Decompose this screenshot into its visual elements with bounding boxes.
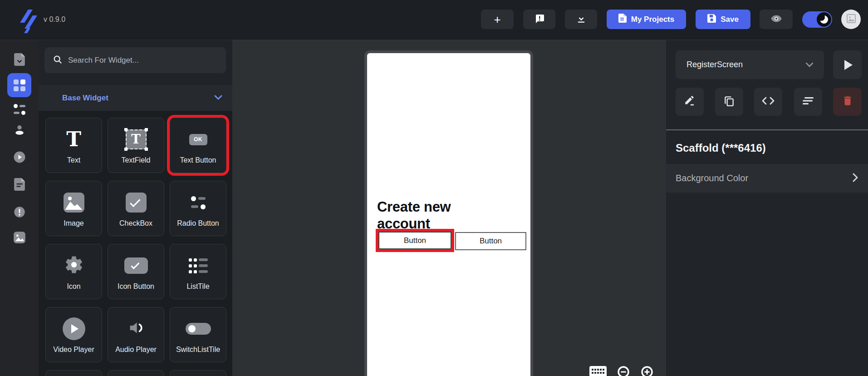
- widget-card-partial[interactable]: [170, 370, 226, 376]
- widget-label: Text Button: [180, 156, 216, 164]
- widget-label: TextField: [121, 156, 150, 164]
- sidebar-item-import[interactable]: [0, 53, 39, 68]
- dark-mode-moon-icon: [820, 15, 828, 24]
- alert-circle-icon: [13, 206, 26, 220]
- widget-card-audio-player[interactable]: Audio Player: [108, 307, 164, 362]
- widget-card-textfield[interactable]: T TextField: [108, 118, 164, 173]
- avatar[interactable]: [841, 10, 861, 29]
- widget-card-listtile[interactable]: ListTile: [170, 244, 226, 299]
- sidebar-item-docs[interactable]: [0, 178, 39, 193]
- property-label: Background Color: [676, 173, 748, 183]
- tree-view-button[interactable]: [794, 88, 822, 116]
- widget-label: SwitchListTile: [176, 346, 220, 354]
- widget-label: ListTile: [186, 282, 209, 291]
- heading-line1: Create new: [377, 199, 451, 215]
- code-icon: [762, 96, 775, 108]
- sidebar-item-assets[interactable]: [0, 231, 39, 246]
- checkbox-icon: [126, 193, 147, 213]
- chevron-right-icon: [853, 173, 858, 184]
- keyboard-icon[interactable]: [589, 366, 607, 376]
- document-icon: [14, 178, 25, 193]
- eye-icon: [770, 13, 782, 26]
- download-icon: [576, 14, 586, 25]
- widget-card-switchlisttile[interactable]: SwitchListTile: [170, 307, 226, 362]
- search-input[interactable]: [68, 56, 218, 65]
- sidebar-item-issues[interactable]: [0, 206, 39, 220]
- property-row-background-color[interactable]: Background Color: [666, 164, 868, 193]
- screen-selector-dropdown[interactable]: RegisterScreen: [676, 50, 824, 79]
- widget-card-video-player[interactable]: Video Player: [45, 307, 102, 362]
- radio-button-icon: [191, 196, 206, 209]
- chevron-down-icon: [214, 94, 222, 102]
- audio-speaker-icon: [127, 319, 145, 339]
- text-button-icon: OK: [189, 134, 207, 145]
- section-base-widget[interactable]: Base Widget: [39, 85, 232, 111]
- feedback-chat-icon: [534, 13, 545, 26]
- left-sidebar: [0, 40, 39, 376]
- add-button[interactable]: +: [481, 10, 514, 29]
- screen-button-right[interactable]: Button: [455, 232, 526, 250]
- trash-icon: [842, 95, 853, 109]
- properties-panel: RegisterScreen: [666, 40, 868, 376]
- align-lines-icon: [802, 96, 814, 107]
- save-button[interactable]: Save: [696, 10, 750, 29]
- save-label: Save: [721, 15, 739, 24]
- play-icon: [844, 60, 853, 70]
- widget-card-icon-button[interactable]: Icon Button: [108, 244, 164, 299]
- widget-label: Image: [64, 219, 83, 228]
- search-icon: [53, 54, 63, 66]
- delete-button[interactable]: [833, 88, 862, 116]
- sidebar-item-properties[interactable]: [0, 104, 39, 114]
- app-version-label: v 0.9.0: [44, 15, 65, 24]
- video-play-icon: [63, 317, 85, 340]
- sidebar-item-media[interactable]: [0, 150, 39, 166]
- canvas-toolbar: [589, 366, 654, 376]
- play-circle-icon: [13, 150, 26, 166]
- run-screen-button[interactable]: [833, 50, 862, 79]
- widget-card-text-button[interactable]: OK Text Button: [170, 118, 226, 173]
- rename-button[interactable]: [676, 88, 704, 116]
- widget-card-icon[interactable]: Icon: [45, 244, 102, 299]
- sidebar-item-widgets[interactable]: [7, 73, 31, 97]
- widget-label: Text: [67, 156, 80, 164]
- floppy-save-icon: [707, 14, 716, 25]
- phone-preview[interactable]: Create new account Button Button: [364, 50, 533, 376]
- duplicate-button[interactable]: [715, 88, 743, 116]
- zoom-out-icon[interactable]: [617, 366, 631, 376]
- panel-divider: [666, 129, 868, 130]
- preview-button[interactable]: [760, 10, 793, 29]
- sidebar-item-account[interactable]: [0, 124, 39, 138]
- widget-card-partial[interactable]: [108, 370, 164, 376]
- export-button[interactable]: [565, 10, 597, 29]
- dark-mode-toggle[interactable]: [802, 11, 832, 28]
- widget-label: CheckBox: [119, 219, 152, 228]
- sliders-icon: [14, 104, 25, 114]
- person-icon: [13, 124, 26, 138]
- widget-card-checkbox[interactable]: CheckBox: [108, 181, 164, 236]
- design-canvas[interactable]: Create new account Button Button: [232, 40, 666, 376]
- feedback-button[interactable]: [523, 10, 555, 29]
- widget-card-radio-button[interactable]: Radio Button: [170, 181, 226, 236]
- document-icon: [618, 14, 627, 25]
- widget-label: Radio Button: [177, 219, 219, 228]
- app-logo: [18, 7, 38, 33]
- widget-card-partial[interactable]: [45, 370, 102, 376]
- file-download-icon: [14, 53, 25, 68]
- screen-selector-value: RegisterScreen: [687, 60, 743, 69]
- widget-search[interactable]: [44, 47, 226, 73]
- widget-grid: T Text T TextField OK Text Button Image: [39, 111, 232, 376]
- widget-card-text[interactable]: T Text: [45, 118, 102, 173]
- widget-card-image[interactable]: Image: [45, 181, 102, 236]
- widget-label: Audio Player: [115, 346, 157, 354]
- my-projects-button[interactable]: My Projects: [607, 10, 686, 29]
- widget-label: Icon: [67, 282, 80, 291]
- edit-pencil-icon: [684, 95, 696, 109]
- chevron-down-icon: [806, 61, 813, 69]
- view-code-button[interactable]: [754, 88, 782, 116]
- icon-button-icon: [124, 257, 148, 274]
- image-icon: [13, 231, 26, 246]
- top-bar: v 0.9.0 + My Proj: [0, 0, 868, 40]
- zoom-in-icon[interactable]: [641, 366, 654, 376]
- screen-button-left[interactable]: Button: [378, 232, 451, 249]
- selected-widget-highlight: Button: [376, 229, 454, 252]
